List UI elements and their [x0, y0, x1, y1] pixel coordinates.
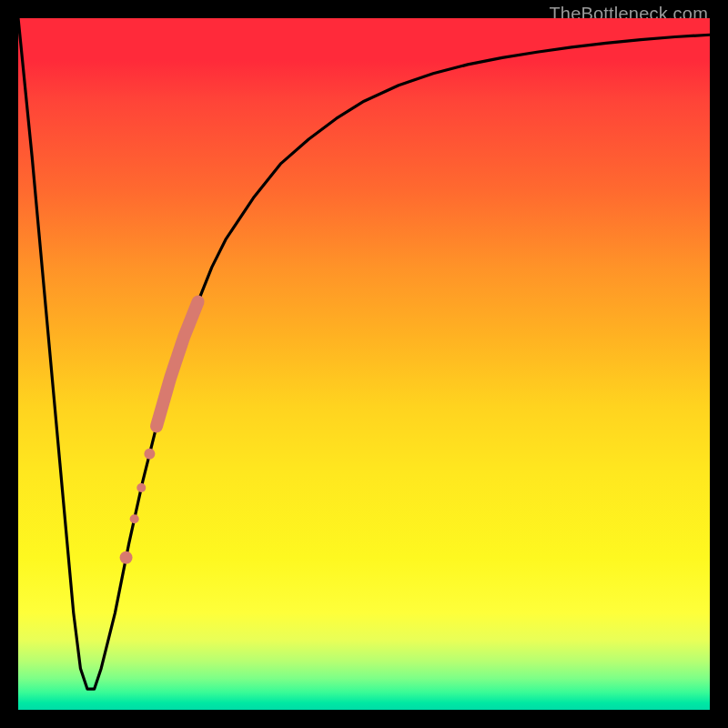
- bottleneck-curve: [18, 18, 710, 689]
- highlight-dot: [120, 551, 133, 564]
- highlight-dot: [130, 514, 139, 523]
- highlight-segment: [157, 302, 198, 427]
- chart-container: TheBottleneck.com: [0, 0, 728, 728]
- chart-svg: [18, 18, 710, 710]
- plot-area: [18, 18, 710, 710]
- highlight-dot: [136, 483, 146, 492]
- highlight-dot: [144, 449, 155, 460]
